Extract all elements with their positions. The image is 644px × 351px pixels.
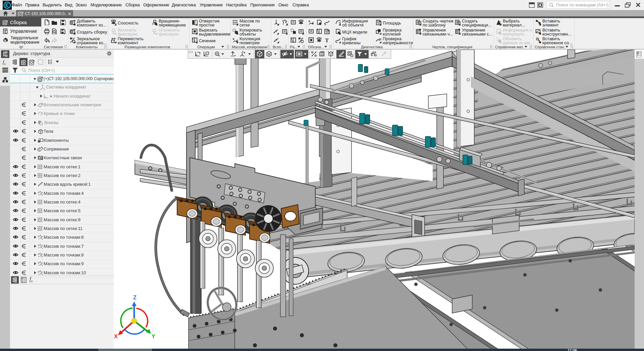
svg-text:T: T	[325, 38, 329, 43]
svg-text:?: ?	[379, 19, 381, 23]
svg-text:X: X	[114, 334, 118, 339]
svg-text:G?: G?	[379, 37, 381, 41]
svg-text:Z: Z	[133, 295, 137, 300]
svg-text:?: ?	[328, 28, 330, 32]
svg-text:Y: Y	[152, 334, 155, 339]
